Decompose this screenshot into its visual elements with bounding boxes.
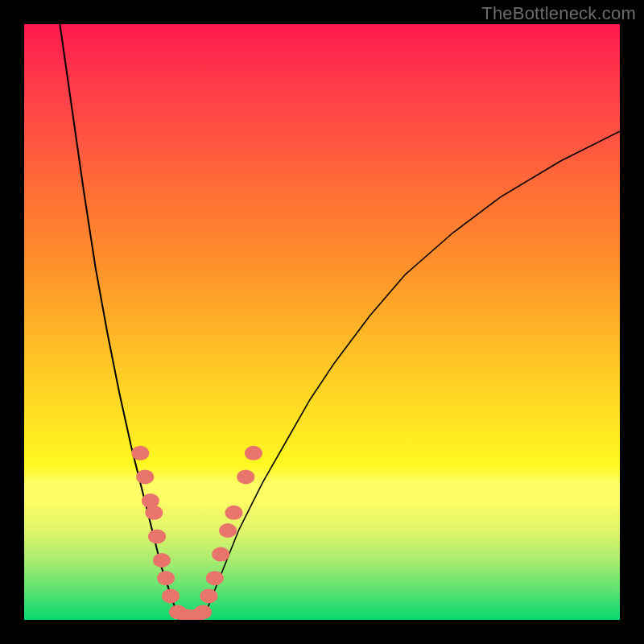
chart-frame: TheBottleneck.com (0, 0, 644, 644)
marker-point (212, 547, 229, 562)
marker-point (162, 588, 180, 603)
marker-group (131, 446, 262, 620)
marker-point (225, 506, 242, 520)
marker-point (148, 529, 166, 543)
marker-point (145, 506, 163, 520)
marker-point (200, 588, 217, 603)
plot-area (24, 24, 620, 620)
marker-point (157, 571, 175, 585)
right-curve (203, 131, 620, 620)
marker-point (245, 446, 262, 460)
marker-point (194, 605, 212, 619)
marker-point (219, 523, 237, 538)
marker-point (153, 553, 171, 568)
watermark-text: TheBottleneck.com (481, 3, 636, 24)
curves-svg (24, 24, 620, 620)
marker-point (206, 571, 224, 585)
marker-point (131, 446, 149, 460)
marker-point (136, 469, 154, 484)
marker-point (237, 469, 254, 484)
